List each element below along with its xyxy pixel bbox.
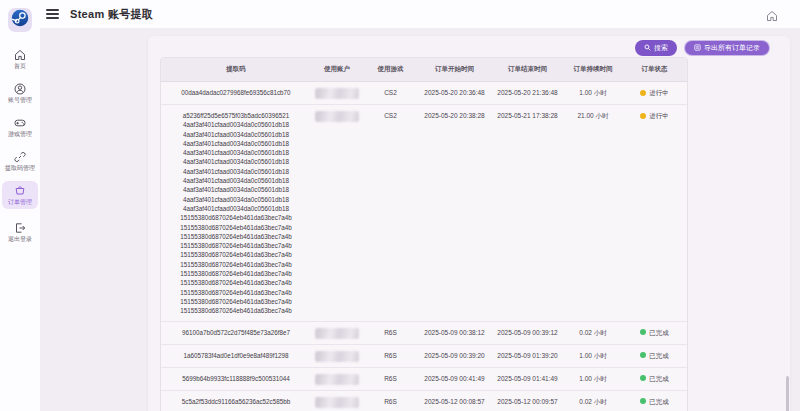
export-button-label: 导出所有订单记录 (704, 43, 760, 53)
extraction-code: 15155380d6870264eb461da63bec7a4b (161, 241, 311, 250)
status-badge: 进行中 (640, 88, 669, 97)
redacted-account (315, 88, 359, 99)
extraction-code: 4aaf3af401cfaad0034da0c05601db18 (161, 148, 311, 157)
status-badge: 已完成 (640, 397, 669, 406)
sidebar-item-code[interactable]: 提取码管理 (2, 147, 38, 175)
game-cell: R6S (363, 322, 418, 342)
status-badge: 已完成 (640, 374, 669, 383)
table-row: 1a605783f4ad0e1df0e9e8af489f1298 R6S 202… (161, 345, 687, 368)
start-time-cell: 2025-05-09 00:41:49 (418, 368, 491, 388)
extraction-code: 4aaf3af401cfaad0034da0c05601db18 (161, 120, 311, 129)
table-header-row: 提取码使用账户使用游戏订单开始时间订单结束时间订单持续时间订单状态 (161, 58, 687, 82)
extraction-code: 15155380d6870264eb461da63bec7a4b (161, 260, 311, 269)
start-time-cell: 2025-05-20 20:36:48 (418, 82, 491, 102)
main-content: 搜索 导出所有订单记录 提取码使用账户使用游戏订单开始时间订单结束时间订单持续时… (40, 28, 800, 411)
app-logo[interactable] (8, 8, 32, 32)
status-cell: 已完成 (622, 368, 687, 389)
extraction-code: 4aaf3af401cfaad0034da0c05601db18 (161, 167, 311, 176)
toolbar: 搜索 导出所有订单记录 (148, 40, 770, 57)
column-header-5: 订单结束时间 (491, 58, 564, 81)
home-icon[interactable] (766, 8, 778, 20)
duration-cell: 1.00 小时 (564, 82, 622, 102)
duration-cell: 1.00 小时 (564, 345, 622, 365)
redacted-account (315, 351, 359, 362)
logout-icon (14, 222, 26, 234)
extraction-code: 15155380d6870264eb461da63bec7a4b (161, 306, 311, 315)
steam-logo-icon (11, 9, 29, 31)
extraction-code: 15155380d6870264eb461da63bec7a4b (161, 288, 311, 297)
extraction-code: 00daa4dadac0279968fe69356c81cb70 (161, 88, 311, 97)
duration-cell: 1.00 小时 (564, 368, 622, 388)
extraction-code: 5699b64b9933fc118888f9c500531044 (161, 374, 311, 383)
sidebar-item-label: 提取码管理 (3, 165, 37, 172)
orders-table: 提取码使用账户使用游戏订单开始时间订单结束时间订单持续时间订单状态 00daa4… (160, 57, 688, 411)
home-icon (14, 49, 26, 61)
start-time-cell: 2025-05-20 20:38:28 (418, 105, 491, 125)
extraction-code: 96100a7b0d572c2d75f485e73a26f8e7 (161, 328, 311, 337)
game-cell: R6S (363, 391, 418, 411)
extraction-code: 15155380d6870264eb461da63bec7a4b (161, 232, 311, 241)
export-icon (694, 44, 701, 52)
redacted-account (315, 397, 359, 408)
game-cell: CS2 (363, 105, 418, 125)
extraction-code: 15155380d6870264eb461da63bec7a4b (161, 297, 311, 306)
table-row: 5c5a2f53ddc91166a56236ac52c585bb R6S 202… (161, 391, 687, 411)
status-dot-icon (640, 398, 646, 404)
extraction-code: 15155380d6870264eb461da63bec7a4b (161, 223, 311, 232)
column-header-3: 使用游戏 (363, 58, 418, 81)
game-cell: CS2 (363, 82, 418, 102)
status-label: 已完成 (649, 351, 669, 360)
user-icon (14, 83, 26, 95)
search-icon (644, 44, 651, 52)
status-cell: 进行中 (622, 82, 687, 103)
menu-toggle-icon[interactable] (46, 7, 59, 22)
vertical-scrollbar[interactable] (786, 376, 789, 411)
extraction-code: 4aaf3af401cfaad0034da0c05601db18 (161, 176, 311, 185)
gamepad-icon (14, 117, 26, 129)
cart-icon (14, 185, 26, 197)
end-time-cell: 2025-05-09 01:41:49 (491, 368, 564, 388)
status-cell: 已完成 (622, 345, 687, 366)
end-time-cell: 2025-05-09 01:39:20 (491, 345, 564, 365)
status-dot-icon (640, 90, 646, 96)
duration-cell: 0.02 小时 (564, 322, 622, 342)
extraction-code-cell: 5c5a2f53ddc91166a56236ac52c585bb (161, 391, 311, 411)
sidebar-item-label: 账号管理 (3, 97, 37, 104)
extraction-code: a5236ff25d5e6575f03b5adc60396521 (161, 111, 311, 120)
end-time-cell: 2025-05-09 00:39:12 (491, 322, 564, 342)
extraction-code: 4aaf3af401cfaad0034da0c05601db18 (161, 130, 311, 139)
extraction-code: 15155380d6870264eb461da63bec7a4b (161, 278, 311, 287)
end-time-cell: 2025-05-20 21:36:48 (491, 82, 564, 102)
status-dot-icon (640, 113, 646, 119)
extraction-code: 4aaf3af401cfaad0034da0c05601db18 (161, 157, 311, 166)
game-cell: R6S (363, 345, 418, 365)
sidebar-item-logout[interactable]: 退出登录 (2, 218, 38, 246)
extraction-code-cell: 96100a7b0d572c2d75f485e73a26f8e7 (161, 322, 311, 342)
redacted-account (315, 328, 359, 339)
status-dot-icon (640, 375, 646, 381)
search-button[interactable]: 搜索 (635, 40, 677, 56)
status-label: 已完成 (649, 328, 669, 337)
duration-cell: 0.02 小时 (564, 391, 622, 411)
sidebar-item-label: 退出登录 (3, 236, 37, 243)
export-orders-button[interactable]: 导出所有订单记录 (684, 40, 770, 56)
sidebar-item-home[interactable]: 首页 (2, 45, 38, 73)
sidebar-item-order[interactable]: 订单管理 (2, 181, 38, 209)
status-badge: 已完成 (640, 351, 669, 360)
extraction-code-cell: 00daa4dadac0279968fe69356c81cb70 (161, 82, 311, 102)
extraction-code: 15155380d6870264eb461da63bec7a4b (161, 269, 311, 278)
table-row: 96100a7b0d572c2d75f485e73a26f8e7 R6S 202… (161, 322, 687, 345)
column-header-1: 提取码 (161, 58, 311, 81)
status-cell: 进行中 (622, 105, 687, 126)
sidebar-item-label: 首页 (3, 63, 37, 70)
extraction-code: 1a605783f4ad0e1df0e9e8af489f1298 (161, 351, 311, 360)
topbar: Steam 账号提取 (40, 0, 800, 28)
sidebar-item-account[interactable]: 账号管理 (2, 79, 38, 107)
search-button-label: 搜索 (654, 43, 668, 53)
sidebar-item-game[interactable]: 游戏管理 (2, 113, 38, 141)
extraction-code: 4aaf3af401cfaad0034da0c05601db18 (161, 185, 311, 194)
account-cell (311, 82, 363, 104)
status-dot-icon (640, 352, 646, 358)
extraction-code: 4aaf3af401cfaad0034da0c05601db18 (161, 139, 311, 148)
status-badge: 已完成 (640, 328, 669, 337)
